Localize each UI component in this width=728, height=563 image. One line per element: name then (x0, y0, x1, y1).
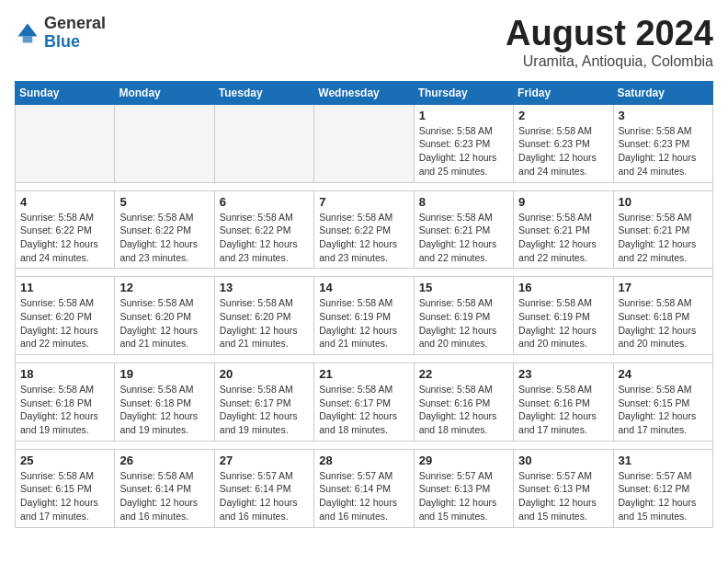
page-title: August 2024 (506, 15, 713, 53)
cell-info: Sunrise: 5:58 AM Sunset: 6:21 PM Dayligh… (419, 211, 508, 265)
logo: General Blue (15, 15, 106, 52)
table-row: 23Sunrise: 5:58 AM Sunset: 6:16 PM Dayli… (514, 363, 613, 442)
calendar-table: Sunday Monday Tuesday Wednesday Thursday… (15, 81, 713, 528)
table-row: 15Sunrise: 5:58 AM Sunset: 6:19 PM Dayli… (414, 277, 513, 355)
calendar-week-row: 4Sunrise: 5:58 AM Sunset: 6:22 PM Daylig… (16, 190, 713, 269)
table-row (115, 104, 214, 182)
cell-day-number: 5 (119, 195, 209, 209)
table-row: 14Sunrise: 5:58 AM Sunset: 6:19 PM Dayli… (314, 277, 414, 355)
table-row: 19Sunrise: 5:58 AM Sunset: 6:18 PM Dayli… (115, 363, 214, 442)
cell-day-number: 14 (319, 281, 408, 294)
logo-general-text: General (44, 14, 106, 32)
row-separator (16, 441, 713, 449)
row-separator (16, 355, 713, 363)
table-row: 5Sunrise: 5:58 AM Sunset: 6:22 PM Daylig… (115, 190, 214, 269)
cell-day-number: 31 (619, 454, 708, 467)
cell-info: Sunrise: 5:58 AM Sunset: 6:16 PM Dayligh… (419, 383, 508, 437)
header-sunday: Sunday (16, 81, 115, 104)
cell-info: Sunrise: 5:58 AM Sunset: 6:23 PM Dayligh… (619, 124, 708, 178)
cell-day-number: 8 (419, 195, 508, 209)
table-row: 1Sunrise: 5:58 AM Sunset: 6:23 PM Daylig… (414, 104, 513, 182)
cell-day-number: 16 (518, 281, 608, 294)
table-row: 3Sunrise: 5:58 AM Sunset: 6:23 PM Daylig… (613, 104, 712, 182)
logo-icon (15, 20, 40, 46)
row-separator (16, 269, 713, 277)
cell-day-number: 12 (119, 281, 209, 294)
cell-info: Sunrise: 5:57 AM Sunset: 6:14 PM Dayligh… (319, 469, 408, 523)
table-row: 18Sunrise: 5:58 AM Sunset: 6:18 PM Dayli… (16, 363, 115, 442)
header-wednesday: Wednesday (314, 81, 414, 104)
table-row: 4Sunrise: 5:58 AM Sunset: 6:22 PM Daylig… (16, 190, 115, 269)
table-row: 2Sunrise: 5:58 AM Sunset: 6:23 PM Daylig… (514, 104, 613, 182)
table-row: 29Sunrise: 5:57 AM Sunset: 6:13 PM Dayli… (414, 449, 513, 527)
cell-info: Sunrise: 5:58 AM Sunset: 6:18 PM Dayligh… (20, 383, 109, 437)
calendar-header-row: Sunday Monday Tuesday Wednesday Thursday… (16, 81, 713, 104)
cell-info: Sunrise: 5:58 AM Sunset: 6:15 PM Dayligh… (619, 383, 708, 437)
table-row: 30Sunrise: 5:57 AM Sunset: 6:13 PM Dayli… (514, 449, 613, 527)
cell-day-number: 13 (220, 281, 309, 294)
cell-day-number: 20 (220, 367, 309, 381)
svg-rect-1 (23, 36, 33, 42)
table-row: 8Sunrise: 5:58 AM Sunset: 6:21 PM Daylig… (414, 190, 513, 269)
cell-info: Sunrise: 5:58 AM Sunset: 6:17 PM Dayligh… (220, 383, 309, 437)
cell-day-number: 25 (20, 454, 109, 467)
cell-day-number: 24 (619, 367, 708, 381)
title-area: August 2024 Uramita, Antioquia, Colombia (506, 15, 713, 70)
cell-info: Sunrise: 5:58 AM Sunset: 6:19 PM Dayligh… (419, 296, 508, 350)
cell-day-number: 15 (419, 281, 508, 294)
table-row (314, 104, 414, 182)
cell-info: Sunrise: 5:58 AM Sunset: 6:21 PM Dayligh… (619, 211, 708, 265)
table-row (16, 104, 115, 182)
cell-info: Sunrise: 5:58 AM Sunset: 6:16 PM Dayligh… (518, 383, 608, 437)
cell-info: Sunrise: 5:58 AM Sunset: 6:20 PM Dayligh… (119, 296, 209, 350)
cell-info: Sunrise: 5:58 AM Sunset: 6:22 PM Dayligh… (220, 211, 309, 265)
table-row: 11Sunrise: 5:58 AM Sunset: 6:20 PM Dayli… (16, 277, 115, 355)
cell-info: Sunrise: 5:58 AM Sunset: 6:21 PM Dayligh… (518, 211, 608, 265)
cell-info: Sunrise: 5:58 AM Sunset: 6:19 PM Dayligh… (319, 296, 408, 350)
row-separator (16, 182, 713, 190)
table-row: 6Sunrise: 5:58 AM Sunset: 6:22 PM Daylig… (214, 190, 313, 269)
cell-info: Sunrise: 5:57 AM Sunset: 6:13 PM Dayligh… (419, 469, 508, 523)
cell-day-number: 30 (518, 454, 608, 467)
cell-info: Sunrise: 5:58 AM Sunset: 6:14 PM Dayligh… (119, 469, 209, 523)
header-thursday: Thursday (414, 81, 513, 104)
table-row: 13Sunrise: 5:58 AM Sunset: 6:20 PM Dayli… (214, 277, 313, 355)
cell-info: Sunrise: 5:58 AM Sunset: 6:23 PM Dayligh… (419, 124, 508, 178)
table-row: 9Sunrise: 5:58 AM Sunset: 6:21 PM Daylig… (514, 190, 613, 269)
header-saturday: Saturday (613, 81, 712, 104)
table-row: 12Sunrise: 5:58 AM Sunset: 6:20 PM Dayli… (115, 277, 214, 355)
cell-day-number: 22 (419, 367, 508, 381)
cell-day-number: 2 (518, 109, 608, 122)
cell-info: Sunrise: 5:58 AM Sunset: 6:17 PM Dayligh… (319, 383, 408, 437)
table-row: 20Sunrise: 5:58 AM Sunset: 6:17 PM Dayli… (214, 363, 313, 442)
table-row: 25Sunrise: 5:58 AM Sunset: 6:15 PM Dayli… (16, 449, 115, 527)
table-row: 16Sunrise: 5:58 AM Sunset: 6:19 PM Dayli… (514, 277, 613, 355)
cell-info: Sunrise: 5:58 AM Sunset: 6:22 PM Dayligh… (319, 211, 408, 265)
cell-day-number: 21 (319, 367, 408, 381)
cell-day-number: 1 (419, 109, 508, 122)
calendar-week-row: 18Sunrise: 5:58 AM Sunset: 6:18 PM Dayli… (16, 363, 713, 442)
cell-info: Sunrise: 5:58 AM Sunset: 6:22 PM Dayligh… (119, 211, 209, 265)
table-row: 22Sunrise: 5:58 AM Sunset: 6:16 PM Dayli… (414, 363, 513, 442)
table-row: 28Sunrise: 5:57 AM Sunset: 6:14 PM Dayli… (314, 449, 414, 527)
cell-info: Sunrise: 5:57 AM Sunset: 6:13 PM Dayligh… (518, 469, 608, 523)
calendar-week-row: 25Sunrise: 5:58 AM Sunset: 6:15 PM Dayli… (16, 449, 713, 527)
calendar-week-row: 1Sunrise: 5:58 AM Sunset: 6:23 PM Daylig… (16, 104, 713, 182)
cell-day-number: 7 (319, 195, 408, 209)
cell-day-number: 28 (319, 454, 408, 467)
cell-day-number: 6 (220, 195, 309, 209)
cell-day-number: 4 (20, 195, 109, 209)
cell-day-number: 26 (119, 454, 209, 467)
table-row: 17Sunrise: 5:58 AM Sunset: 6:18 PM Dayli… (613, 277, 712, 355)
table-row: 26Sunrise: 5:58 AM Sunset: 6:14 PM Dayli… (115, 449, 214, 527)
cell-info: Sunrise: 5:58 AM Sunset: 6:15 PM Dayligh… (20, 469, 109, 523)
cell-info: Sunrise: 5:58 AM Sunset: 6:18 PM Dayligh… (119, 383, 209, 437)
calendar-week-row: 11Sunrise: 5:58 AM Sunset: 6:20 PM Dayli… (16, 277, 713, 355)
table-row (214, 104, 313, 182)
cell-day-number: 10 (619, 195, 708, 209)
cell-day-number: 9 (518, 195, 608, 209)
cell-day-number: 19 (119, 367, 209, 381)
logo-blue-text: Blue (44, 32, 80, 51)
page-subtitle: Uramita, Antioquia, Colombia (506, 53, 713, 70)
cell-info: Sunrise: 5:58 AM Sunset: 6:19 PM Dayligh… (518, 296, 608, 350)
